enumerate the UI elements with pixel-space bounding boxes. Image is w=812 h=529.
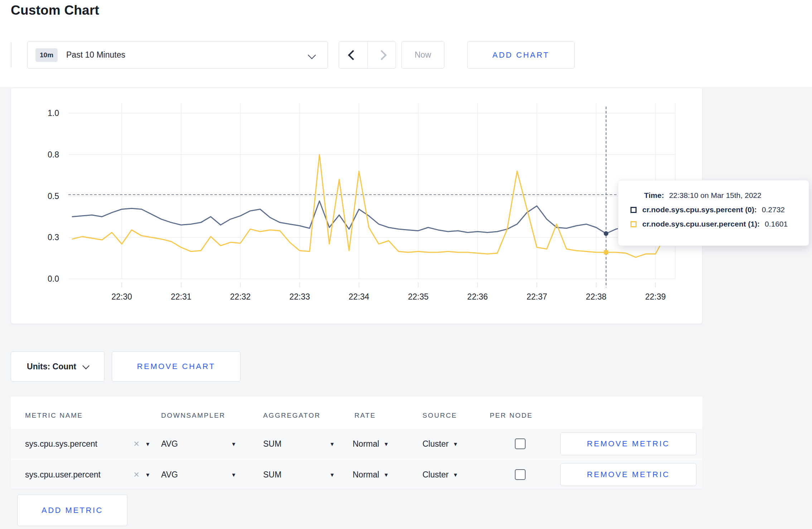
- tooltip-time-row: Time: 22:38:10 on Mar 15th, 2022: [630, 191, 809, 200]
- downsampler-value: AVG: [161, 470, 178, 480]
- tooltip-series-value: 0.2732: [762, 205, 785, 214]
- downsampler-dropdown[interactable]: AVG ▼: [161, 429, 236, 459]
- caret-down-icon: ▼: [453, 441, 458, 447]
- aggregator-dropdown[interactable]: SUM ▼: [263, 429, 335, 459]
- downsampler-value: AVG: [161, 439, 178, 449]
- tooltip-series-label: cr.node.sys.cpu.user.percent (1):: [642, 220, 760, 228]
- column-header-source: SOURCE: [422, 412, 457, 419]
- chevron-right-icon: [377, 50, 387, 60]
- y-tick-label: 1.0: [48, 108, 59, 118]
- tooltip-series-row: cr.node.sys.cpu.user.percent (1): 0.1601: [630, 220, 809, 228]
- time-window-badge: 10m: [35, 48, 58, 62]
- units-dropdown[interactable]: Units: Count: [11, 351, 105, 382]
- tooltip-series-row: cr.node.sys.cpu.sys.percent (0): 0.2732: [630, 205, 809, 214]
- remove-metric-button[interactable]: REMOVE METRIC: [560, 463, 696, 486]
- metric-name-value: sys.cpu.user.percent: [25, 470, 101, 480]
- x-tick-label: 22:31: [171, 292, 192, 301]
- tooltip-series-value: 0.1601: [765, 220, 788, 228]
- per-node-checkbox[interactable]: [515, 469, 526, 480]
- now-button[interactable]: Now: [401, 41, 444, 69]
- y-tick-label: 0.3: [48, 233, 59, 242]
- page-title: Custom Chart: [11, 3, 99, 18]
- time-nav-arrows: [339, 41, 396, 69]
- x-tick-label: 22:36: [467, 292, 488, 301]
- add-chart-button[interactable]: ADD CHART: [467, 41, 575, 69]
- add-metric-button[interactable]: ADD METRIC: [17, 495, 127, 526]
- series-sys-swatch-icon: [630, 207, 637, 213]
- custom-chart-page: Custom Chart 10m Past 10 Minutes Now ADD…: [0, 0, 812, 529]
- y-tick-label: 0.8: [48, 150, 59, 159]
- crosshair-marker: [604, 250, 608, 254]
- metric-name-dropdown[interactable]: sys.cpu.user.percent × ▼: [25, 460, 150, 490]
- y-tick-label: 0.0: [48, 274, 59, 283]
- remove-chart-button[interactable]: REMOVE CHART: [112, 351, 241, 382]
- rate-value: Normal: [353, 470, 379, 480]
- x-tick-label: 22:38: [586, 292, 606, 301]
- caret-down-icon: ▼: [383, 472, 389, 478]
- tooltip-time-value: 22:38:10 on Mar 15th, 2022: [669, 191, 762, 200]
- header-band: Custom Chart 10m Past 10 Minutes Now ADD…: [0, 0, 812, 87]
- line-chart[interactable]: 0.00.30.50.81.022:3022:3122:3222:3322:34…: [11, 88, 702, 324]
- tooltip-time-label: Time:: [644, 191, 664, 200]
- clear-metric-icon[interactable]: ×: [134, 439, 139, 449]
- metrics-table: METRIC NAME DOWNSAMPLER AGGREGATOR RATE …: [11, 397, 702, 489]
- metric-name-value: sys.cpu.sys.percent: [25, 439, 97, 449]
- column-header-per-node: PER NODE: [490, 412, 533, 419]
- x-tick-label: 22:33: [289, 292, 310, 301]
- x-tick-label: 22:37: [527, 292, 547, 301]
- table-row: sys.cpu.sys.percent × ▼ AVG ▼ SUM ▼ Norm…: [11, 429, 702, 459]
- column-header-downsampler: DOWNSAMPLER: [161, 412, 226, 419]
- series-line: [72, 155, 675, 257]
- caret-down-icon: ▼: [145, 441, 150, 447]
- x-tick-label: 22:32: [230, 292, 251, 301]
- source-value: Cluster: [422, 439, 449, 449]
- x-tick-label: 22:35: [408, 292, 429, 301]
- chevron-down-icon: [308, 51, 316, 59]
- next-time-button[interactable]: [367, 42, 396, 68]
- series-line: [72, 201, 675, 233]
- table-row: sys.cpu.user.percent × ▼ AVG ▼ SUM ▼ Nor…: [11, 459, 702, 489]
- y-tick-label: 0.5: [48, 191, 59, 201]
- time-window-dropdown[interactable]: 10m Past 10 Minutes: [27, 41, 328, 69]
- source-value: Cluster: [422, 470, 449, 480]
- chevron-left-icon: [348, 50, 358, 60]
- clear-metric-icon[interactable]: ×: [134, 470, 139, 480]
- x-tick-label: 22:34: [349, 292, 369, 301]
- metric-name-dropdown[interactable]: sys.cpu.sys.percent × ▼: [25, 429, 150, 459]
- per-node-checkbox[interactable]: [515, 438, 526, 449]
- rate-value: Normal: [353, 439, 379, 449]
- aggregator-value: SUM: [263, 439, 281, 449]
- rate-dropdown[interactable]: Normal ▼: [353, 429, 414, 459]
- series-user-swatch-icon: [630, 221, 637, 227]
- rate-dropdown[interactable]: Normal ▼: [353, 460, 414, 490]
- caret-down-icon: ▼: [453, 472, 458, 478]
- aggregator-value: SUM: [263, 470, 281, 480]
- column-header-rate: RATE: [354, 412, 376, 419]
- chevron-down-icon: [82, 362, 90, 369]
- column-header-metric-name: METRIC NAME: [25, 412, 83, 419]
- caret-down-icon: ▼: [383, 441, 389, 447]
- caret-down-icon: ▼: [329, 441, 335, 447]
- prev-time-button[interactable]: [339, 42, 367, 68]
- caret-down-icon: ▼: [145, 472, 150, 478]
- source-dropdown[interactable]: Cluster ▼: [422, 460, 483, 490]
- units-label: Units: Count: [27, 362, 76, 372]
- time-window-label: Past 10 Minutes: [66, 50, 125, 60]
- downsampler-dropdown[interactable]: AVG ▼: [161, 460, 236, 490]
- caret-down-icon: ▼: [231, 441, 236, 447]
- source-dropdown[interactable]: Cluster ▼: [422, 429, 483, 459]
- column-header-aggregator: AGGREGATOR: [263, 412, 320, 419]
- caret-down-icon: ▼: [231, 472, 236, 478]
- toolbar-divider: [11, 42, 11, 67]
- chart-card: 0.00.30.50.81.022:3022:3122:3222:3322:34…: [11, 88, 702, 324]
- caret-down-icon: ▼: [329, 472, 335, 478]
- chart-tooltip: Time: 22:38:10 on Mar 15th, 2022 cr.node…: [618, 180, 809, 246]
- aggregator-dropdown[interactable]: SUM ▼: [263, 460, 335, 490]
- remove-metric-button[interactable]: REMOVE METRIC: [560, 432, 696, 455]
- x-tick-label: 22:30: [111, 292, 132, 301]
- x-tick-label: 22:39: [645, 292, 666, 301]
- crosshair-marker: [604, 231, 608, 236]
- tooltip-series-label: cr.node.sys.cpu.sys.percent (0):: [642, 205, 757, 214]
